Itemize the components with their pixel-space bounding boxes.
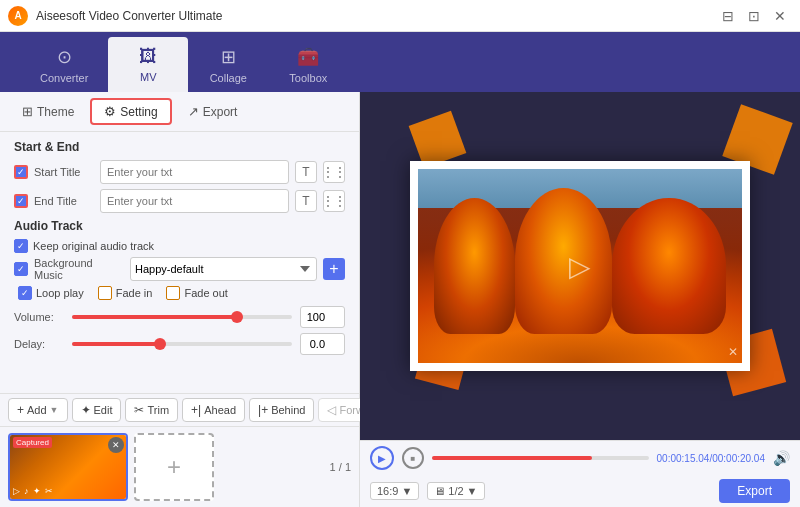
end-title-input[interactable]	[100, 189, 289, 213]
tree3	[612, 198, 725, 334]
loop-play-item: Loop play	[18, 286, 84, 300]
start-title-grid-btn[interactable]: ⋮⋮	[323, 161, 345, 183]
subtab-theme[interactable]: ⊞ Theme	[10, 100, 86, 123]
corner-decoration-tl	[409, 111, 467, 169]
end-title-row: End Title T ⋮⋮	[14, 189, 345, 213]
trim-button[interactable]: ✂ Trim	[125, 398, 178, 422]
quality-select[interactable]: 🖥 1/2 ▼	[427, 482, 484, 500]
bg-music-label: Background Music	[34, 257, 124, 281]
export-button[interactable]: Export	[719, 479, 790, 503]
play-button[interactable]: ▶	[370, 446, 394, 470]
keep-original-row: Keep original audio track	[14, 239, 345, 253]
end-title-grid-btn[interactable]: ⋮⋮	[323, 190, 345, 212]
edit-label: Edit	[94, 404, 113, 416]
progress-fill	[432, 456, 592, 460]
loop-play-label: Loop play	[36, 287, 84, 299]
volume-icon[interactable]: 🔊	[773, 450, 790, 466]
fade-out-label: Fade out	[184, 287, 227, 299]
delay-spinner[interactable]	[300, 333, 345, 355]
maximize-button[interactable]: ⊡	[742, 4, 766, 28]
thumbnail-strip: Captured ✕ ▷ ♪ ✦ ✂ + 1 / 1	[0, 426, 359, 507]
volume-slider-thumb[interactable]	[231, 311, 243, 323]
delay-slider-thumb[interactable]	[154, 338, 166, 350]
thumbnail-item[interactable]: Captured ✕ ▷ ♪ ✦ ✂	[8, 433, 128, 501]
tab-collage[interactable]: ⊞ Collage	[188, 37, 268, 92]
start-title-row: Start Title T ⋮⋮	[14, 160, 345, 184]
app-logo: A	[8, 6, 28, 26]
minimize-button[interactable]: ⊟	[716, 4, 740, 28]
keep-original-checkbox[interactable]	[14, 239, 28, 253]
aspect-ratio-select[interactable]: 16:9 ▼	[370, 482, 419, 500]
tab-converter[interactable]: ⊙ Converter	[20, 37, 108, 92]
play-overlay-icon: ▷	[569, 250, 591, 283]
add-thumbnail-icon: +	[167, 453, 181, 481]
fade-in-label: Fade in	[116, 287, 153, 299]
left-panel: ⊞ Theme ⚙ Setting ↗ Export Start & End S…	[0, 92, 360, 507]
end-title-checkbox[interactable]	[14, 194, 28, 208]
export-icon: ↗	[188, 104, 199, 119]
converter-icon: ⊙	[57, 46, 72, 68]
bottom-controls: 16:9 ▼ 🖥 1/2 ▼ Export	[360, 475, 800, 507]
subtab-setting[interactable]: ⚙ Setting	[90, 98, 171, 125]
play-icon: ▷	[13, 486, 20, 496]
fade-in-checkbox[interactable]	[98, 286, 112, 300]
fade-in-item: Fade in	[98, 286, 153, 300]
thumbnail-icons: ▷ ♪ ✦ ✂	[13, 486, 53, 496]
edit-icon: ✦	[81, 403, 91, 417]
window-controls: ⊟ ⊡ ✕	[716, 4, 792, 28]
bottom-toolbar: + Add ▼ ✦ Edit ✂ Trim +| Ahead |+ Behind…	[0, 393, 359, 426]
start-title-font-btn[interactable]: T	[295, 161, 317, 183]
add-label: Add	[27, 404, 47, 416]
stop-button[interactable]: ■	[402, 447, 424, 469]
theme-icon: ⊞	[22, 104, 33, 119]
bg-music-select[interactable]: Happy-default	[130, 257, 317, 281]
delay-label: Delay:	[14, 338, 64, 350]
volume-spinner[interactable]	[300, 306, 345, 328]
cut-icon: ✂	[45, 486, 53, 496]
progress-track[interactable]	[432, 456, 649, 460]
start-title-checkbox[interactable]	[14, 165, 28, 179]
sub-tabs: ⊞ Theme ⚙ Setting ↗ Export	[0, 92, 359, 132]
close-button[interactable]: ✕	[768, 4, 792, 28]
settings-content: Start & End Start Title T ⋮⋮ End Title T…	[0, 132, 359, 393]
volume-slider-track[interactable]	[72, 315, 292, 319]
start-title-label: Start Title	[34, 166, 94, 178]
behind-label: Behind	[271, 404, 305, 416]
delay-slider-track[interactable]	[72, 342, 292, 346]
fade-out-checkbox[interactable]	[166, 286, 180, 300]
edit-button[interactable]: ✦ Edit	[72, 398, 122, 422]
mv-icon: 🖼	[139, 46, 157, 67]
main-content: ⊞ Theme ⚙ Setting ↗ Export Start & End S…	[0, 92, 800, 507]
tag-icon: ✦	[33, 486, 41, 496]
bg-music-add-btn[interactable]: +	[323, 258, 345, 280]
ratio-label: 16:9	[377, 485, 398, 497]
loop-play-checkbox[interactable]	[18, 286, 32, 300]
preview-close-btn[interactable]: ✕	[728, 345, 738, 359]
volume-slider-fill	[72, 315, 237, 319]
volume-label: Volume:	[14, 311, 64, 323]
tree1	[434, 198, 515, 334]
bg-music-checkbox[interactable]	[14, 262, 28, 276]
toolbox-icon: 🧰	[297, 46, 319, 68]
subtab-setting-label: Setting	[120, 105, 157, 119]
ahead-label: Ahead	[204, 404, 236, 416]
end-title-label: End Title	[34, 195, 94, 207]
tab-toolbox[interactable]: 🧰 Toolbox	[268, 37, 348, 92]
subtab-export[interactable]: ↗ Export	[176, 100, 250, 123]
setting-icon: ⚙	[104, 104, 116, 119]
options-row: Loop play Fade in Fade out	[14, 286, 345, 300]
ahead-button[interactable]: +| Ahead	[182, 398, 245, 422]
behind-button[interactable]: |+ Behind	[249, 398, 314, 422]
tab-mv[interactable]: 🖼 MV	[108, 37, 188, 92]
add-thumbnail-btn[interactable]: +	[134, 433, 214, 501]
start-title-input[interactable]	[100, 160, 289, 184]
behind-icon: |+	[258, 403, 268, 417]
trim-label: Trim	[147, 404, 169, 416]
end-title-font-btn[interactable]: T	[295, 190, 317, 212]
thumbnail-close-btn[interactable]: ✕	[108, 437, 124, 453]
add-button[interactable]: + Add ▼	[8, 398, 68, 422]
trim-icon: ✂	[134, 403, 144, 417]
preview-area: ▷ ✕	[360, 92, 800, 440]
subtab-export-label: Export	[203, 105, 238, 119]
tree2	[515, 188, 612, 334]
